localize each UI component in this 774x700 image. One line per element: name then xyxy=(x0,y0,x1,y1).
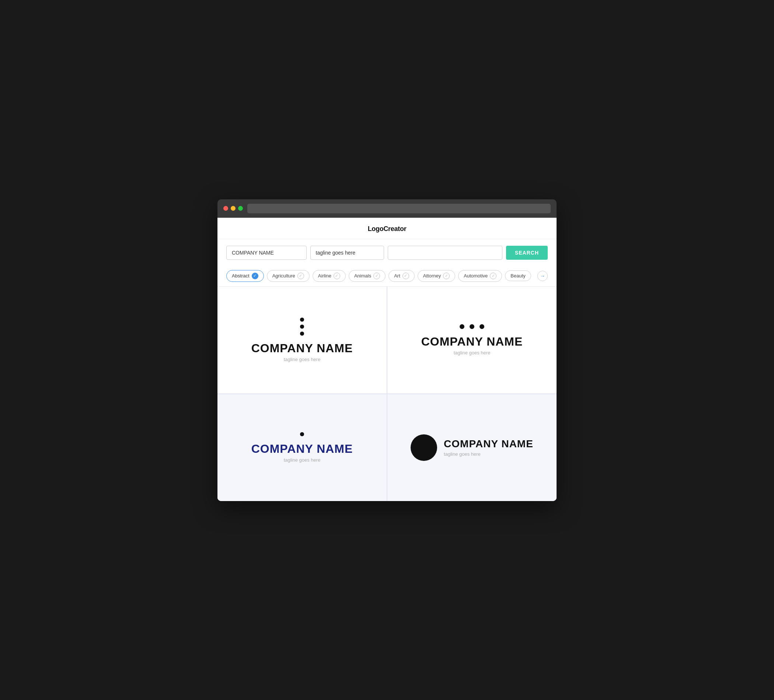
browser-content: LogoCreator SEARCH Abstract ✓ Agricultur… xyxy=(217,218,557,501)
dot-top xyxy=(300,318,304,322)
app-header: LogoCreator xyxy=(217,218,557,239)
filter-label-airline: Airline xyxy=(318,273,331,279)
filter-chip-automotive[interactable]: Automotive ✓ xyxy=(458,270,502,282)
filter-label-agriculture: Agriculture xyxy=(272,273,295,279)
logo-company-name-2: COMPANY NAME xyxy=(421,335,523,348)
filter-label-animals: Animals xyxy=(354,273,371,279)
filter-chip-abstract[interactable]: Abstract ✓ xyxy=(226,270,264,282)
dot-left xyxy=(460,324,465,329)
dot-center xyxy=(470,324,475,329)
logo-card-3[interactable]: COMPANY NAME tagline goes here xyxy=(217,394,387,501)
logo-grid: COMPANY NAME tagline goes here COMPANY N… xyxy=(217,287,557,501)
company-name-input[interactable] xyxy=(226,246,307,260)
logo-company-name-4: COMPANY NAME xyxy=(444,438,533,450)
check-icon-attorney: ✓ xyxy=(443,272,450,279)
logo-circle-4 xyxy=(410,434,437,461)
check-icon-agriculture: ✓ xyxy=(298,272,304,279)
search-button[interactable]: SEARCH xyxy=(506,246,548,260)
logo-company-name-3: COMPANY NAME xyxy=(251,442,353,456)
browser-chrome xyxy=(217,199,557,218)
address-bar[interactable] xyxy=(247,204,551,213)
traffic-lights xyxy=(223,206,243,211)
maximize-button[interactable] xyxy=(238,206,243,211)
filter-chip-agriculture[interactable]: Agriculture ✓ xyxy=(267,270,309,282)
filter-chip-beauty[interactable]: Beauty xyxy=(505,271,531,281)
logo-tagline-1: tagline goes here xyxy=(284,357,321,362)
filter-label-beauty: Beauty xyxy=(511,273,525,279)
filter-label-attorney: Attorney xyxy=(423,273,441,279)
filter-label-automotive: Automotive xyxy=(464,273,488,279)
dots-row xyxy=(460,324,484,329)
logo-card-1[interactable]: COMPANY NAME tagline goes here xyxy=(217,287,387,393)
logo-tagline-4: tagline goes here xyxy=(444,451,533,457)
logo-symbol-3 xyxy=(300,432,304,436)
check-icon-animals: ✓ xyxy=(373,272,380,279)
app-title: LogoCreator xyxy=(368,225,407,233)
logo-card-2[interactable]: COMPANY NAME tagline goes here xyxy=(387,287,557,393)
dot-bottom xyxy=(300,332,304,336)
filter-chip-art[interactable]: Art ✓ xyxy=(389,270,415,282)
logo-symbol-2 xyxy=(460,324,484,329)
logo-symbol-1 xyxy=(300,318,304,336)
filter-chip-animals[interactable]: Animals ✓ xyxy=(349,270,385,282)
browser-window: LogoCreator SEARCH Abstract ✓ Agricultur… xyxy=(217,199,557,501)
logo-text-group-4: COMPANY NAME tagline goes here xyxy=(444,438,533,457)
check-icon-automotive: ✓ xyxy=(490,272,496,279)
filter-chip-attorney[interactable]: Attorney ✓ xyxy=(418,270,455,282)
search-bar: SEARCH xyxy=(217,239,557,266)
logo-company-name-1: COMPANY NAME xyxy=(251,342,353,355)
check-icon-art: ✓ xyxy=(402,272,409,279)
logo-card-4[interactable]: COMPANY NAME tagline goes here xyxy=(387,394,557,501)
logo-tagline-3: tagline goes here xyxy=(284,457,321,463)
filter-chip-airline[interactable]: Airline ✓ xyxy=(313,270,346,282)
extra-input[interactable] xyxy=(388,246,502,260)
logo-tagline-2: tagline goes here xyxy=(454,350,491,355)
filter-bar: Abstract ✓ Agriculture ✓ Airline ✓ Anima… xyxy=(217,266,557,287)
dot-right xyxy=(480,324,484,329)
close-button[interactable] xyxy=(223,206,228,211)
tagline-input[interactable] xyxy=(310,246,384,260)
filter-label-art: Art xyxy=(394,273,400,279)
filter-label-abstract: Abstract xyxy=(232,273,250,279)
filter-next-button[interactable]: → xyxy=(538,271,548,281)
check-icon-airline: ✓ xyxy=(334,272,340,279)
check-icon-abstract: ✓ xyxy=(252,272,258,279)
dot-middle xyxy=(300,325,304,329)
minimize-button[interactable] xyxy=(231,206,235,211)
